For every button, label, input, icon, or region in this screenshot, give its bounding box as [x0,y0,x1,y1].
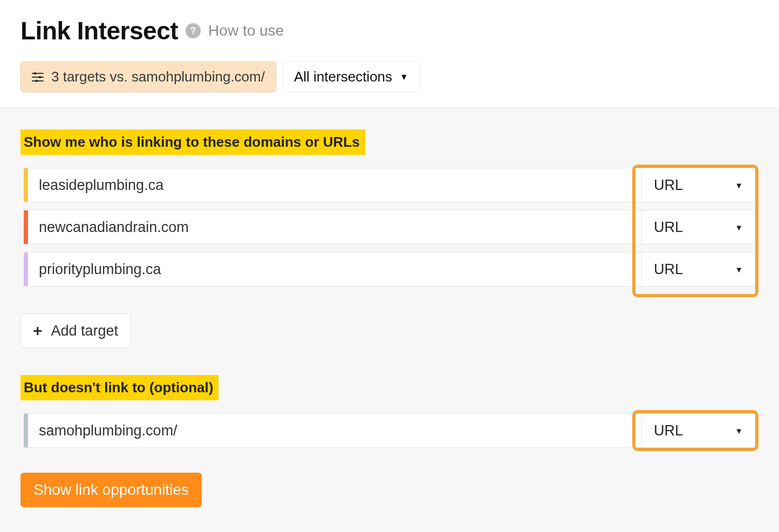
mode-dropdown[interactable]: URL ▼ [641,168,755,202]
target-row: URL ▼ [24,210,755,244]
target-input[interactable] [28,253,641,286]
targets-list: URL ▼ URL ▼ URL ▼ [20,165,758,297]
chevron-down-icon: ▼ [735,181,743,190]
plus-icon: + [33,322,43,340]
chevron-down-icon: ▼ [735,426,743,435]
chevron-down-icon: ▼ [735,223,743,232]
exclude-input[interactable] [28,414,641,447]
exclude-row: URL ▼ [24,413,755,448]
chevron-down-icon: ▼ [735,265,743,274]
row-color-indicator [24,210,28,244]
add-target-label: Add target [51,323,119,339]
section-exclude-label: But doesn't link to (optional) [20,375,218,400]
row-color-indicator [24,253,28,286]
mode-dropdown[interactable]: URL ▼ [641,210,755,244]
mode-label: URL [654,219,683,236]
help-icon[interactable]: ? [186,23,201,38]
svg-rect-5 [36,80,38,82]
sliders-icon [32,72,44,83]
target-row: URL ▼ [24,252,755,287]
intersections-dropdown[interactable]: All intersections ▼ [283,62,420,92]
exclude-row-container: URL ▼ [20,410,758,451]
page-title: Link Intersect [20,16,178,45]
row-color-indicator [24,168,28,202]
targets-chip[interactable]: 3 targets vs. samohplumbing.com/ [20,62,276,92]
mode-label: URL [654,261,683,278]
svg-rect-4 [39,76,41,78]
section-linking-label: Show me who is linking to these domains … [20,129,365,155]
target-row: URL ▼ [24,168,755,202]
add-target-button[interactable]: + Add target [20,313,131,348]
intersections-label: All intersections [294,69,392,85]
mode-dropdown[interactable]: URL ▼ [641,253,755,286]
mode-label: URL [654,422,683,439]
mode-dropdown[interactable]: URL ▼ [641,414,755,447]
chevron-down-icon: ▼ [400,72,408,82]
target-input[interactable] [28,168,641,202]
svg-rect-3 [34,72,36,74]
target-input[interactable] [28,210,641,244]
row-color-indicator [24,414,28,447]
show-link-opportunities-button[interactable]: Show link opportunities [20,473,202,507]
targets-chip-label: 3 targets vs. samohplumbing.com/ [51,69,265,85]
how-to-use-link[interactable]: How to use [208,22,284,39]
mode-label: URL [654,177,683,194]
